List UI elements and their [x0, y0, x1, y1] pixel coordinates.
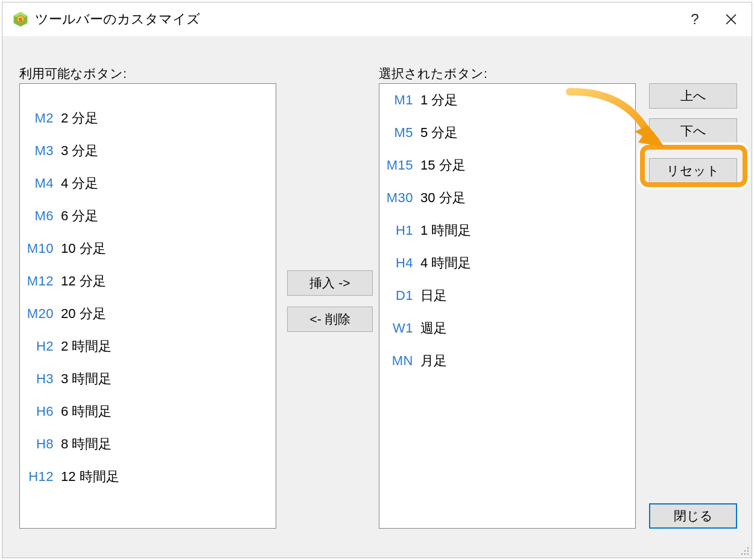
timeframe-code: D1 [379, 288, 417, 304]
move-up-button[interactable]: 上へ [649, 83, 737, 109]
timeframe-label: 4 分足 [57, 174, 98, 192]
svg-point-13 [741, 553, 743, 555]
list-item[interactable]: H66 時間足 [20, 395, 276, 428]
svg-point-10 [744, 550, 746, 552]
list-item[interactable]: M1010 分足 [20, 232, 276, 265]
timeframe-label: 2 分足 [57, 109, 98, 127]
insert-button[interactable]: 挿入 -> [287, 270, 373, 296]
close-icon [726, 14, 737, 25]
timeframe-label: 12 時間足 [57, 468, 119, 486]
list-item[interactable]: M11 分足 [379, 84, 635, 116]
list-item[interactable]: M3030 分足 [379, 182, 635, 214]
titlebar: S ツールバーのカスタマイズ ? [2, 2, 752, 36]
list-item[interactable]: H88 時間足 [20, 428, 276, 460]
timeframe-code: M10 [20, 241, 57, 256]
selected-listbox[interactable]: M11 分足M55 分足M1515 分足M3030 分足H11 時間足H44 時… [379, 83, 636, 529]
timeframe-code: M12 [20, 273, 57, 289]
timeframe-label: 1 分足 [417, 91, 458, 109]
timeframe-code: H6 [20, 404, 57, 419]
timeframe-label: 10 分足 [57, 240, 106, 258]
timeframe-code: M30 [379, 190, 417, 206]
remove-button[interactable]: <- 削除 [287, 307, 373, 332]
timeframe-code: M15 [379, 158, 417, 173]
timeframe-label: 日足 [417, 287, 447, 305]
resize-grip-icon[interactable] [740, 546, 750, 556]
help-button[interactable]: ? [677, 2, 713, 36]
timeframe-label: 4 時間足 [417, 254, 471, 272]
timeframe-code: M4 [20, 176, 57, 191]
svg-point-8 [747, 547, 749, 549]
timeframe-label: 6 分足 [57, 207, 98, 225]
timeframe-label: 2 時間足 [57, 337, 112, 355]
move-down-button[interactable]: 下へ [649, 118, 737, 144]
list-item[interactable]: H22 時間足 [20, 330, 276, 363]
svg-point-12 [744, 553, 746, 555]
timeframe-label: 週足 [417, 319, 447, 337]
reset-button[interactable]: リセット [649, 158, 737, 183]
timeframe-label: 12 分足 [57, 272, 106, 290]
list-item[interactable]: MN月足 [379, 345, 635, 377]
timeframe-code: M5 [379, 125, 417, 141]
customize-toolbar-dialog: S ツールバーのカスタマイズ ? 利用可能なボタン: 選択されたボタン: M22… [2, 2, 752, 558]
timeframe-label: 20 分足 [57, 305, 106, 323]
list-item[interactable]: H11 時間足 [379, 214, 635, 247]
svg-text:S: S [19, 17, 22, 23]
list-item[interactable]: M1212 分足 [20, 265, 276, 298]
dialog-title: ツールバーのカスタマイズ [35, 10, 200, 28]
list-item[interactable]: W1週足 [379, 312, 635, 345]
available-label: 利用可能なボタン: [19, 65, 127, 82]
timeframe-label: 1 時間足 [417, 221, 471, 240]
list-item[interactable]: M22 分足 [20, 102, 276, 135]
selected-label: 選択されたボタン: [379, 65, 487, 82]
timeframe-label: 8 時間足 [57, 435, 112, 453]
timeframe-code: H12 [20, 469, 57, 485]
timeframe-label: 15 分足 [417, 156, 466, 174]
list-item[interactable]: M66 分足 [20, 200, 276, 232]
client-area: 利用可能なボタン: 選択されたボタン: M22 分足M33 分足M44 分足M6… [2, 36, 752, 558]
app-icon: S [12, 11, 29, 28]
close-window-button[interactable] [713, 2, 749, 36]
timeframe-code: H8 [20, 436, 57, 452]
timeframe-code: M20 [20, 306, 57, 322]
timeframe-code: M6 [20, 208, 57, 224]
timeframe-code: H1 [379, 223, 417, 238]
available-listbox[interactable]: M22 分足M33 分足M44 分足M66 分足M1010 分足M1212 分足… [19, 83, 276, 529]
timeframe-label: 30 分足 [417, 189, 466, 207]
list-item[interactable]: M2020 分足 [20, 298, 276, 330]
timeframe-code: MN [379, 353, 417, 369]
timeframe-code: M2 [20, 110, 57, 126]
timeframe-code: H4 [379, 255, 417, 271]
list-item[interactable] [20, 84, 276, 102]
close-button[interactable]: 閉じる [649, 503, 737, 529]
list-item[interactable]: M44 分足 [20, 167, 276, 200]
timeframe-label: 6 時間足 [57, 402, 112, 421]
timeframe-code: M1 [379, 92, 417, 108]
list-item[interactable]: H44 時間足 [379, 247, 635, 279]
timeframe-label: 5 分足 [417, 124, 458, 142]
list-item[interactable]: H1212 時間足 [20, 460, 276, 493]
timeframe-code: H3 [20, 371, 57, 387]
list-item[interactable]: M1515 分足 [379, 149, 635, 182]
timeframe-code: H2 [20, 339, 57, 354]
timeframe-code: M3 [20, 143, 57, 159]
timeframe-code: W1 [379, 320, 417, 336]
svg-point-11 [747, 553, 749, 555]
timeframe-label: 3 時間足 [57, 370, 112, 388]
list-item[interactable]: H33 時間足 [20, 363, 276, 395]
list-item[interactable]: M55 分足 [379, 116, 635, 149]
timeframe-label: 3 分足 [57, 142, 98, 160]
timeframe-label: 月足 [417, 352, 447, 370]
list-item[interactable]: M33 分足 [20, 135, 276, 167]
list-item[interactable]: D1日足 [379, 279, 635, 312]
svg-point-9 [747, 550, 749, 552]
